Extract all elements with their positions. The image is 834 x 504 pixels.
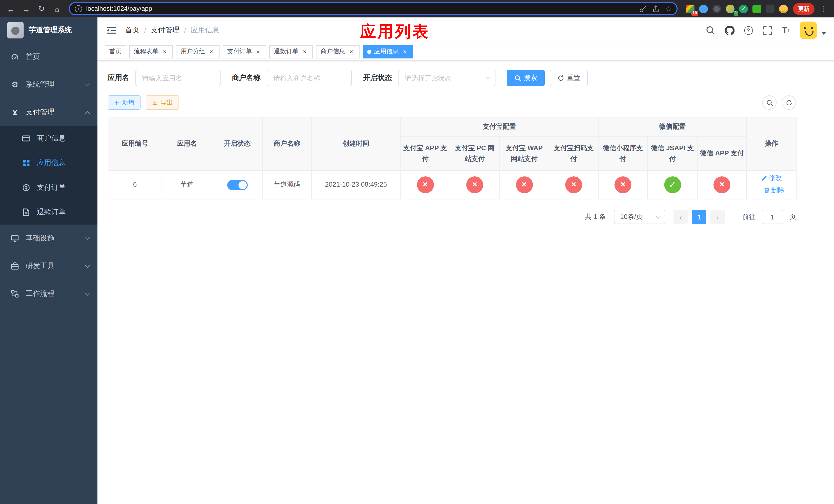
goto-page-input[interactable] xyxy=(762,210,783,224)
close-icon[interactable]: × xyxy=(401,48,408,55)
close-icon[interactable]: × xyxy=(161,48,168,55)
col-group-alipay: 支付宝配置 xyxy=(400,117,598,137)
extensions-area: 10 1 ✓ xyxy=(683,4,791,13)
sidebar-item-system[interactable]: ⚙ 系统管理 xyxy=(0,71,97,98)
sidebar-collapse-icon[interactable] xyxy=(106,26,117,35)
sidebar-item-dev-tools[interactable]: 研发工具 xyxy=(0,252,97,280)
sidebar-item-home[interactable]: 首页 xyxy=(0,43,97,71)
extension-icon-blue[interactable] xyxy=(699,4,708,13)
avatar-caret-icon[interactable] xyxy=(822,32,826,35)
logo: 芋道管理系统 xyxy=(0,18,97,43)
page-annotation-title: 应用列表 xyxy=(360,21,430,43)
share-icon[interactable] xyxy=(652,5,660,13)
url-text[interactable]: localhost:1024/pay/app xyxy=(86,5,635,12)
breadcrumb-current: 应用信息 xyxy=(191,26,220,35)
extension-icon-pin[interactable] xyxy=(766,4,774,13)
address-bar[interactable]: i localhost:1024/pay/app ☆ xyxy=(69,2,678,15)
extension-badge: 10 xyxy=(692,10,698,16)
sidebar-item-infrastructure[interactable]: 基础设施 xyxy=(0,225,97,252)
close-icon[interactable]: × xyxy=(255,48,262,55)
sidebar-item-refund-order[interactable]: 退款订单 xyxy=(0,200,97,225)
sidebar-item-payment[interactable]: ¥ 支付管理 xyxy=(0,98,97,126)
back-icon[interactable]: ← xyxy=(4,2,18,15)
page-size-select[interactable]: 10条/页 xyxy=(614,210,665,224)
breadcrumb-home[interactable]: 首页 xyxy=(125,26,139,35)
close-icon[interactable]: × xyxy=(301,48,308,55)
prev-page-button[interactable]: ‹ xyxy=(674,210,688,224)
home-icon[interactable]: ⌂ xyxy=(50,2,64,15)
payment-submenu: 商户信息 应用信息 支付订单 xyxy=(0,126,97,225)
tab-app-info[interactable]: 应用信息× xyxy=(363,45,413,58)
site-info-icon[interactable]: i xyxy=(75,5,82,12)
reset-button[interactable]: 重置 xyxy=(550,70,588,86)
extension-icon-face[interactable] xyxy=(779,4,788,13)
browser-menu-icon[interactable]: ⋮ xyxy=(816,5,830,13)
app-name-input[interactable] xyxy=(135,70,221,86)
cell-status xyxy=(212,170,262,199)
tab-home[interactable]: 首页 xyxy=(105,45,126,58)
goto-prefix: 前往 xyxy=(742,212,755,222)
tab-process-form[interactable]: 流程表单× xyxy=(129,45,173,58)
merchant-name-input[interactable] xyxy=(267,70,352,86)
sidebar-item-pay-order[interactable]: 支付订单 xyxy=(0,175,97,200)
tab-refund-order[interactable]: 退款订单× xyxy=(269,45,313,58)
tab-pay-order[interactable]: 支付订单× xyxy=(223,45,266,58)
reload-icon[interactable]: ↻ xyxy=(35,2,48,15)
col-header-alipay-wap: 支付宝 WAP 网站支付 xyxy=(499,137,549,170)
extension-icon-colorful[interactable]: 10 xyxy=(686,4,695,13)
browser-update-button[interactable]: 更新 xyxy=(793,3,814,15)
app-table: 应用编号 应用名 开启状态 商户名称 创建时间 支付宝配置 微信配置 操作 支付… xyxy=(108,117,796,200)
current-page-button[interactable]: 1 xyxy=(692,210,706,224)
help-icon[interactable]: ? xyxy=(743,25,754,36)
col-header-alipay-app: 支付宝 APP 支付 xyxy=(400,137,450,170)
show-search-button[interactable] xyxy=(762,95,776,110)
search-icon[interactable] xyxy=(705,25,716,36)
close-icon[interactable]: × xyxy=(348,48,355,55)
bookmark-star-icon[interactable]: ☆ xyxy=(665,5,672,13)
col-header-app-id: 应用编号 xyxy=(108,117,162,170)
grid-icon xyxy=(22,158,31,168)
chevron-down-icon xyxy=(85,235,90,240)
delete-button[interactable]: 删除 xyxy=(764,185,785,196)
edit-button[interactable]: 修改 xyxy=(761,173,782,184)
tab-merchant-info[interactable]: 商户信息× xyxy=(316,45,359,58)
export-button[interactable]: 导出 xyxy=(146,95,179,110)
disabled-cross-icon xyxy=(714,176,730,193)
browser-toolbar: ← → ↻ ⌂ i localhost:1024/pay/app ☆ 10 1 … xyxy=(0,0,834,18)
close-icon[interactable]: × xyxy=(208,48,215,55)
refresh-button[interactable] xyxy=(782,95,796,110)
breadcrumb-payment[interactable]: 支付管理 xyxy=(151,26,179,35)
add-button[interactable]: 新增 xyxy=(108,95,140,110)
disabled-cross-icon xyxy=(614,176,631,193)
status-select[interactable] xyxy=(398,70,496,86)
sidebar: 芋道管理系统 首页 ⚙ 系统管理 ¥ 支付管理 xyxy=(0,18,97,504)
search-button[interactable]: 搜索 xyxy=(507,70,545,86)
forward-icon[interactable]: → xyxy=(20,2,33,15)
password-key-icon[interactable] xyxy=(639,5,647,13)
sidebar-item-workflow[interactable]: 工作流程 xyxy=(0,280,97,307)
pagination: 共 1 条 10条/页 ‹ 1 › 前往 页 xyxy=(108,210,796,224)
extension-icon-avatar[interactable]: 1 xyxy=(726,4,734,13)
sidebar-item-app-info[interactable]: 应用信息 xyxy=(0,151,97,175)
extension-icon-dark-circle[interactable] xyxy=(712,4,721,13)
cell-merchant: 芋道源码 xyxy=(262,170,312,199)
workflow-icon xyxy=(10,289,20,298)
extension-icon-green-check[interactable]: ✓ xyxy=(739,4,748,13)
sidebar-item-merchant-info[interactable]: 商户信息 xyxy=(0,126,97,151)
active-dot xyxy=(367,49,371,53)
font-size-icon[interactable]: TT xyxy=(781,25,792,36)
fullscreen-icon[interactable] xyxy=(762,25,773,36)
user-avatar[interactable] xyxy=(799,22,817,39)
extension-badge: 1 xyxy=(734,10,738,16)
col-header-actions: 操作 xyxy=(747,117,796,170)
extension-icon-chat[interactable] xyxy=(752,4,761,13)
status-toggle[interactable] xyxy=(227,180,247,190)
col-group-wechat: 微信配置 xyxy=(598,117,747,137)
main-area: 首页 / 支付管理 / 应用信息 ? xyxy=(97,18,834,504)
page: ← → ↻ ⌂ i localhost:1024/pay/app ☆ 10 1 … xyxy=(0,0,834,504)
github-icon[interactable] xyxy=(724,25,735,36)
col-header-app-name: 应用名 xyxy=(162,117,212,170)
disabled-cross-icon xyxy=(466,176,483,193)
next-page-button[interactable]: › xyxy=(710,210,725,224)
tab-user-group[interactable]: 用户分组× xyxy=(176,45,220,58)
